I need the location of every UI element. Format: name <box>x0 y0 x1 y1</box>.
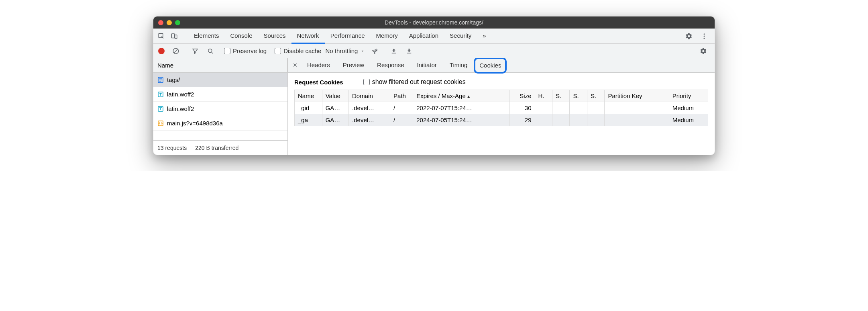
table-row[interactable]: _gid GA… .devel… / 2022-07-07T15:24… 30 … <box>295 102 708 114</box>
tab-initiator[interactable]: Initiator <box>411 58 443 73</box>
table-header-row: Name Value Domain Path Expires / Max-Age… <box>295 90 708 102</box>
preserve-log-checkbox[interactable]: Preserve log <box>224 47 267 54</box>
window-maximize-button[interactable] <box>175 20 180 25</box>
filter-icon[interactable] <box>189 45 201 57</box>
col-size[interactable]: Size <box>509 90 535 102</box>
col-samesite[interactable]: S. <box>570 90 587 102</box>
cookies-table: Name Value Domain Path Expires / Max-Age… <box>294 90 708 126</box>
detail-tabs: × Headers Preview Response Initiator Tim… <box>288 58 715 73</box>
tab-console[interactable]: Console <box>225 29 258 44</box>
network-settings-gear-icon[interactable] <box>698 45 709 57</box>
kebab-menu-icon[interactable] <box>699 31 710 42</box>
svg-point-5 <box>704 37 705 39</box>
tab-sources[interactable]: Sources <box>258 29 291 44</box>
status-bar: 13 requests 220 B transferred <box>153 140 287 155</box>
status-transferred: 220 B transferred <box>191 145 242 151</box>
status-requests: 13 requests <box>153 145 191 151</box>
request-row[interactable]: main.js?v=6498d36a <box>153 116 287 131</box>
tab-performance[interactable]: Performance <box>325 29 371 44</box>
disable-cache-checkbox[interactable]: Disable cache <box>275 47 321 54</box>
content-area: Name tags/ latin.woff2 latin.woff2 main.… <box>153 58 715 155</box>
request-list-pane: Name tags/ latin.woff2 latin.woff2 main.… <box>153 58 288 155</box>
request-row[interactable]: latin.woff2 <box>153 102 287 116</box>
tab-preview[interactable]: Preview <box>336 58 371 73</box>
titlebar: DevTools - developer.chrome.com/tags/ <box>153 16 715 29</box>
window-close-button[interactable] <box>158 20 163 25</box>
tab-cookies[interactable]: Cookies <box>474 58 507 74</box>
network-toolbar: Preserve log Disable cache No throttling <box>153 44 715 58</box>
tab-timing[interactable]: Timing <box>443 58 474 73</box>
section-title: Request Cookies <box>294 79 343 86</box>
svg-rect-11 <box>407 53 412 53</box>
detail-pane: × Headers Preview Response Initiator Tim… <box>288 58 715 155</box>
tab-elements[interactable]: Elements <box>188 29 225 44</box>
request-name: tags/ <box>167 76 180 83</box>
script-icon <box>157 120 164 127</box>
col-expires[interactable]: Expires / Max-Age▲ <box>413 90 509 102</box>
document-icon <box>157 77 164 83</box>
col-secure[interactable]: S. <box>552 90 570 102</box>
svg-rect-1 <box>171 34 175 38</box>
record-button[interactable] <box>158 48 165 54</box>
font-icon <box>157 106 164 112</box>
col-partition-key[interactable]: Partition Key <box>605 90 669 102</box>
settings-gear-icon[interactable] <box>683 31 695 42</box>
request-name: latin.woff2 <box>167 91 194 98</box>
request-row[interactable]: tags/ <box>153 73 287 87</box>
show-filtered-checkbox[interactable]: show filtered out request cookies <box>363 78 466 86</box>
throttling-select[interactable]: No throttling <box>325 47 365 54</box>
tab-memory[interactable]: Memory <box>371 29 403 44</box>
tab-network[interactable]: Network <box>291 29 325 44</box>
window-minimize-button[interactable] <box>167 20 172 25</box>
request-list: tags/ latin.woff2 latin.woff2 main.js?v=… <box>153 73 287 140</box>
tab-application[interactable]: Application <box>403 29 444 44</box>
col-name[interactable]: Name <box>295 90 322 102</box>
chevron-down-icon <box>360 49 365 53</box>
device-toolbar-icon[interactable] <box>169 31 180 42</box>
tab-response[interactable]: Response <box>371 58 411 73</box>
close-detail-button[interactable]: × <box>289 61 301 70</box>
request-row[interactable]: latin.woff2 <box>153 87 287 102</box>
svg-point-3 <box>704 33 705 35</box>
request-name: latin.woff2 <box>167 105 194 112</box>
inspect-element-icon[interactable] <box>156 31 167 42</box>
window-title: DevTools - developer.chrome.com/tags/ <box>153 19 715 26</box>
svg-point-8 <box>374 52 375 53</box>
preserve-log-label: Preserve log <box>233 47 267 54</box>
col-domain[interactable]: Domain <box>349 90 390 102</box>
main-toolbar: Elements Console Sources Network Perform… <box>153 29 715 44</box>
font-icon <box>157 91 164 98</box>
tab-security[interactable]: Security <box>444 29 477 44</box>
svg-point-9 <box>376 49 377 50</box>
window-controls <box>153 20 180 25</box>
disable-cache-label: Disable cache <box>283 47 321 54</box>
table-row[interactable]: _ga GA… .devel… / 2024-07-05T15:24… 29 M… <box>295 114 708 126</box>
clear-icon[interactable] <box>170 45 181 57</box>
upload-har-icon[interactable] <box>388 45 399 57</box>
col-priority[interactable]: Priority <box>669 90 708 102</box>
svg-rect-2 <box>175 35 177 39</box>
download-har-icon[interactable] <box>403 45 415 57</box>
tab-headers[interactable]: Headers <box>301 58 336 73</box>
throttling-value: No throttling <box>325 47 358 54</box>
search-icon[interactable] <box>205 45 216 57</box>
network-conditions-icon[interactable] <box>369 45 380 57</box>
sort-asc-icon: ▲ <box>467 94 471 99</box>
col-path[interactable]: Path <box>390 90 413 102</box>
cookies-panel: Request Cookies show filtered out reques… <box>288 73 715 126</box>
svg-rect-10 <box>392 53 396 53</box>
devtools-window: DevTools - developer.chrome.com/tags/ El… <box>153 16 715 155</box>
show-filtered-label: show filtered out request cookies <box>372 78 466 86</box>
tabs-overflow[interactable]: » <box>477 29 491 44</box>
col-sameparty[interactable]: S. <box>587 90 604 102</box>
svg-point-7 <box>208 49 212 52</box>
request-name: main.js?v=6498d36a <box>167 120 223 127</box>
request-list-header[interactable]: Name <box>153 58 287 73</box>
svg-point-4 <box>704 35 705 37</box>
col-httponly[interactable]: H. <box>535 90 552 102</box>
col-value[interactable]: Value <box>322 90 348 102</box>
separator <box>184 32 184 41</box>
panel-tabs: Elements Console Sources Network Perform… <box>188 29 682 44</box>
